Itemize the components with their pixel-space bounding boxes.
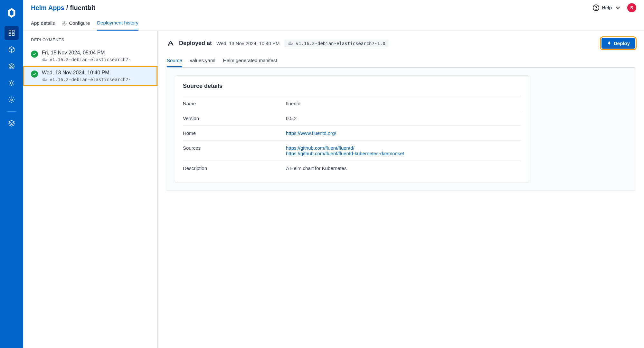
deployment-version: v1.16.2-debian-elasticsearch7- [50,57,131,62]
help-icon [592,4,600,11]
breadcrumb-root[interactable]: Helm Apps [31,4,64,12]
app-tab-label: Configure [69,20,90,26]
detail-subtabs: Sourcevalues.yamlHelm generated manifest [167,54,635,68]
kv-row: Version0.5.2 [183,111,521,126]
svg-rect-20 [43,78,44,79]
kv-value: A Helm chart for Kubernetes [286,165,521,171]
kv-key: Version [183,116,286,121]
svg-rect-25 [289,42,289,42]
detail-subtab[interactable]: values.yaml [190,54,215,67]
svg-point-6 [11,66,12,67]
help-label: Help [602,5,612,10]
app-tab[interactable]: Configure [62,15,90,31]
detail-subtab[interactable]: Helm generated manifest [223,54,277,67]
nav-settings-icon[interactable] [5,93,19,107]
svg-point-4 [9,64,14,69]
app-tab-label: App details [31,20,55,26]
svg-point-8 [11,99,13,101]
app-tab[interactable]: Deployment history [97,15,138,31]
svg-rect-12 [43,59,43,60]
svg-point-11 [64,23,65,24]
breadcrumb-sep: / [66,4,68,12]
detail-pane: Deployed at Wed, 13 Nov 2024, 10:40 PM v… [158,31,644,348]
svg-rect-18 [43,79,44,80]
deploy-button-label: Deploy [614,41,630,46]
svg-rect-26 [290,42,290,42]
status-success-icon [31,51,38,58]
nav-target-icon[interactable] [5,59,19,73]
svg-rect-2 [9,33,11,35]
kv-value: 0.5.2 [286,116,521,121]
kv-row: Sourceshttps://github.com/fluent/fluentd… [183,140,521,161]
nav-helm-icon[interactable] [5,76,19,90]
nav-divider [7,111,16,112]
breadcrumb-current: fluentbit [70,4,95,12]
deployment-date: Fri, 15 Nov 2024, 05:04 PM [42,50,150,56]
docker-icon [42,57,48,62]
kv-value: fluentd [286,101,521,106]
svg-rect-24 [290,42,290,43]
nav-rail [0,0,23,348]
docker-icon [288,41,293,46]
rocket-small-icon [607,41,612,46]
deployed-at-label: Deployed at [179,40,212,47]
version-chip: v1.16.2-debian-elasticsearch7-1.0 [284,40,389,47]
app-logo [5,6,19,20]
svg-rect-15 [43,58,44,59]
deployment-date: Wed, 13 Nov 2024, 10:40 PM [42,70,150,76]
kv-row: Homehttps://www.fluentd.org/ [183,126,521,140]
detail-subtab[interactable]: Source [167,54,182,67]
detail-summary: Deployed at Wed, 13 Nov 2024, 10:40 PM v… [167,38,635,49]
kv-row: DescriptionA Helm chart for Kubernetes [183,161,521,175]
deployment-version: v1.16.2-debian-elasticsearch7- [50,77,131,82]
nav-apps-icon[interactable] [5,26,19,40]
deployment-item[interactable]: Fri, 15 Nov 2024, 05:04 PM v1.16.2-debia… [23,46,157,66]
kv-link[interactable]: https://github.com/fluent/fluentd/ [286,145,521,151]
kv-row: Namefluentd [183,96,521,111]
kv-key: Home [183,130,286,136]
source-details-card: Source details NamefluentdVersion0.5.2Ho… [175,75,529,183]
svg-rect-13 [43,59,44,60]
source-details-title: Source details [183,83,521,89]
kv-value: https://www.fluentd.org/ [286,130,521,136]
version-chip-text: v1.16.2-debian-elasticsearch7-1.0 [296,41,385,46]
kv-link[interactable]: https://github.com/fluent/fluentd-kubern… [286,151,521,156]
svg-point-7 [10,82,13,84]
kv-value: https://github.com/fluent/fluentd/https:… [286,145,521,156]
rocket-icon [167,40,175,47]
app-tabs: App detailsConfigureDeployment history [23,15,644,31]
svg-point-10 [596,9,596,10]
nav-layers-icon[interactable] [5,116,19,130]
svg-rect-14 [44,59,45,60]
docker-icon [42,77,48,82]
svg-rect-16 [44,58,45,59]
deployments-sidebar: DEPLOYMENTS Fri, 15 Nov 2024, 05:04 PM v… [23,31,158,348]
app-tab-label: Deployment history [97,20,138,25]
avatar[interactable]: S [627,3,636,12]
svg-rect-19 [44,79,45,80]
status-success-icon [31,71,38,78]
svg-point-5 [10,65,13,68]
kv-key: Name [183,101,286,106]
app-tab[interactable]: App details [31,15,55,31]
deployments-header: DEPLOYMENTS [23,37,157,46]
svg-rect-22 [288,42,289,43]
kv-link[interactable]: https://www.fluentd.org/ [286,130,521,136]
chevron-down-icon [614,4,621,11]
svg-rect-23 [289,42,289,43]
detail-body: Source details NamefluentdVersion0.5.2Ho… [167,68,635,191]
deploy-button[interactable]: Deploy [601,38,635,49]
deployed-at-value: Wed, 13 Nov 2024, 10:40 PM [216,41,280,46]
svg-rect-3 [12,33,14,35]
svg-rect-0 [9,30,11,32]
nav-cube-icon[interactable] [5,42,19,57]
kv-key: Sources [183,145,286,156]
svg-rect-21 [44,78,45,79]
top-bar: Helm Apps / fluentbit Help S [23,0,644,15]
deployment-item[interactable]: Wed, 13 Nov 2024, 10:40 PM v1.16.2-debia… [23,66,157,86]
svg-rect-17 [43,79,43,80]
help-menu[interactable]: Help [592,4,621,11]
svg-rect-1 [12,30,14,32]
gear-icon [62,21,67,26]
kv-key: Description [183,165,286,171]
